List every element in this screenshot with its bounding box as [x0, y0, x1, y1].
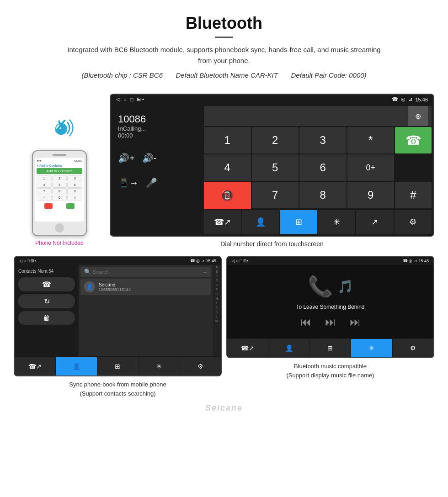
phone-key-hash[interactable]: #	[67, 195, 82, 201]
alpha-m[interactable]: M	[213, 319, 221, 323]
alpha-b[interactable]: B	[213, 270, 221, 274]
nav-dialpad-btn[interactable]: ⊞	[280, 210, 317, 234]
call-button[interactable]: ☎	[395, 127, 432, 153]
search-back-icon: ←	[203, 270, 207, 275]
phone-key-4[interactable]: 4	[37, 182, 52, 188]
contacts-nav-settings[interactable]: ⚙	[180, 357, 221, 375]
volume-down-icon[interactable]: 🔊-	[142, 153, 157, 164]
phone-key-star[interactable]: *	[37, 195, 52, 201]
nav-transfer-btn[interactable]: ↗	[356, 210, 393, 234]
music-nav-icons: ◁ ○ □ ⊞▪	[232, 259, 249, 263]
key-3[interactable]: 3	[299, 127, 347, 153]
contacts-caption-line2: (Support contacts searching)	[80, 390, 155, 397]
alpha-f[interactable]: F	[213, 287, 221, 292]
contacts-search-input[interactable]	[93, 269, 203, 275]
alpha-k[interactable]: K	[213, 310, 221, 314]
music-screen-caption: Bluetooth music compatible (Support disp…	[226, 358, 434, 383]
nav-contacts-btn[interactable]: 👤	[242, 210, 279, 234]
alpha-d[interactable]: D	[213, 278, 221, 283]
phone-add-contacts-btn[interactable]: Add to Contacts	[47, 169, 73, 173]
key-8[interactable]: 8	[299, 182, 347, 208]
music-play-btn[interactable]: ⏭	[325, 316, 336, 328]
phone-home-button[interactable]	[55, 223, 64, 233]
key-7[interactable]: 7	[252, 182, 299, 208]
music-status-icons: ☎ ◎ ⊿ 15:46	[403, 259, 429, 263]
music-nav-settings[interactable]: ⚙	[393, 339, 433, 357]
contact-avatar: 👤	[84, 281, 95, 292]
phone-key-8[interactable]: 8	[52, 188, 67, 194]
key-6[interactable]: 6	[299, 154, 347, 181]
alpha-a[interactable]: A	[213, 265, 221, 270]
status-icons: ⊞ ▪	[137, 96, 144, 102]
location-icon: ◎	[401, 96, 405, 102]
phone-key-7[interactable]: 7	[37, 188, 52, 194]
key-5[interactable]: 5	[252, 154, 299, 181]
contacts-caption-line1: Sync phone-book from mobile phone	[69, 381, 166, 388]
contacts-nav-contacts[interactable]: 👤	[56, 357, 96, 375]
alpha-i[interactable]: I	[213, 301, 221, 305]
phone-key-5[interactable]: 5	[52, 182, 67, 188]
nav-settings-btn[interactable]: ⚙	[395, 210, 432, 234]
phone-key-2[interactable]: 2	[52, 175, 67, 181]
dial-status-bar: ◁ ○ □ ⊞ ▪ ☎ ◎ ⊿ 15:46	[111, 95, 433, 104]
phone-key-9[interactable]: 9	[67, 188, 82, 194]
contacts-nav-call[interactable]: ☎↗	[15, 357, 55, 375]
phone-key-3[interactable]: 3	[67, 175, 82, 181]
alpha-c[interactable]: C	[213, 274, 221, 279]
music-screen-item: ◁ ○ □ ⊞▪ ☎ ◎ ⊿ 15:46 📞 🎵 To Leave Someth…	[226, 256, 434, 402]
contacts-nav-bluetooth[interactable]: ✳	[139, 357, 179, 375]
key-hash[interactable]: #	[395, 182, 432, 208]
volume-up-icon[interactable]: 🔊+	[118, 153, 135, 164]
alpha-j[interactable]: J	[213, 305, 221, 310]
microphone-icon[interactable]: 🎤	[146, 177, 157, 188]
contacts-nav-dialpad[interactable]: ⊞	[97, 357, 138, 375]
music-screen: ◁ ○ □ ⊞▪ ☎ ◎ ⊿ 15:46 📞 🎵 To Leave Someth…	[226, 256, 434, 358]
key-0plus[interactable]: 0+	[347, 154, 395, 181]
bottom-screenshots: ◁ ○ □ ⊞▪ ☎ ◎ ⊿ 15:45 Contacts Num:54 ☎ ↻…	[0, 256, 448, 402]
call-action-btn[interactable]: ☎	[18, 277, 75, 291]
key-1[interactable]: 1	[204, 127, 251, 153]
music-nav-contacts[interactable]: 👤	[268, 339, 309, 357]
end-call-button[interactable]: 📵	[204, 182, 251, 209]
music-nav-dialpad[interactable]: ⊞	[310, 339, 351, 357]
alpha-e[interactable]: E	[213, 283, 221, 287]
music-next-btn[interactable]: ⏭	[350, 316, 361, 328]
dial-number: 10086	[118, 113, 195, 125]
sync-action-btn[interactable]: ↻	[18, 294, 75, 308]
transfer-icon[interactable]: 📱→	[118, 177, 139, 188]
bt-chip: (Bluetooth chip : CSR BC6	[81, 71, 163, 79]
nav-recents-icon: □	[130, 97, 133, 102]
page-title: Bluetooth	[9, 14, 439, 33]
phone-key-6[interactable]: 6	[67, 182, 82, 188]
phone-key-1[interactable]: 1	[37, 175, 52, 181]
phone-speaker	[53, 154, 66, 156]
music-nav-call[interactable]: ☎↗	[227, 339, 268, 357]
contact-list-item[interactable]: 👤 Seicane 10655059113144	[80, 279, 211, 295]
contacts-screen-item: ◁ ○ □ ⊞▪ ☎ ◎ ⊿ 15:45 Contacts Num:54 ☎ ↻…	[14, 256, 222, 402]
music-nav-bluetooth[interactable]: ✳	[351, 339, 392, 357]
phone-key-0[interactable]: 0	[52, 195, 67, 201]
bt-code: Default Pair Code: 0000)	[291, 71, 366, 79]
key-star[interactable]: *	[347, 127, 395, 153]
dial-main: 10086 InCalling... 00:00 🔊+ 🔊- 📱→ 🎤	[111, 104, 433, 236]
key-2[interactable]: 2	[252, 127, 299, 153]
backspace-button[interactable]: ⊗	[408, 106, 428, 126]
dial-info-panel: 10086 InCalling... 00:00 🔊+ 🔊- 📱→ 🎤	[111, 104, 202, 236]
status-bar-left: ◁ ○ □ ⊞ ▪	[116, 96, 144, 102]
music-prev-btn[interactable]: ⏮	[300, 316, 311, 328]
nav-bluetooth-btn[interactable]: ✳	[318, 210, 355, 234]
dial-input-row: ⊗	[204, 106, 432, 126]
bluetooth-info: (Bluetooth chip : CSR BC6 Default Blueto…	[64, 70, 384, 81]
phone-end-call-btn[interactable]	[44, 203, 53, 209]
key-9[interactable]: 9	[347, 182, 395, 208]
alpha-h[interactable]: H	[213, 296, 221, 301]
phone-call-btn[interactable]	[66, 203, 75, 209]
alpha-l[interactable]: L	[213, 314, 221, 319]
contacts-middle-panel: 🔍 ← 👤 Seicane 10655059113144	[79, 265, 213, 356]
nav-call-btn[interactable]: ☎↗	[204, 210, 241, 234]
contacts-left-panel: Contacts Num:54 ☎ ↻ 🗑	[15, 265, 79, 356]
delete-action-btn[interactable]: 🗑	[18, 311, 75, 325]
key-4[interactable]: 4	[204, 154, 251, 181]
alpha-g[interactable]: G	[213, 292, 221, 296]
wifi-icon: ⊿	[408, 96, 412, 102]
